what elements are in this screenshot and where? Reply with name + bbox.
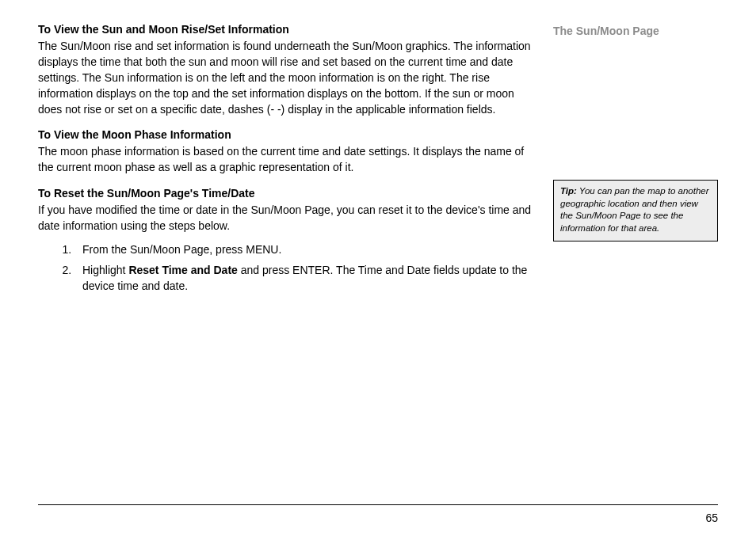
step-text: Highlight bbox=[82, 264, 128, 276]
side-column: The Sun/Moon Page Tip: You can pan the m… bbox=[553, 21, 718, 306]
tip-label: Tip: bbox=[560, 186, 577, 196]
heading-reset: To Reset the Sun/Moon Page's Time/Date bbox=[38, 187, 537, 200]
main-column: To View the Sun and Moon Rise/Set Inform… bbox=[38, 21, 537, 306]
footer-rule bbox=[38, 504, 718, 505]
step-text: From the Sun/Moon Page, press MENU. bbox=[82, 243, 281, 256]
body-rise-set: The Sun/Moon rise and set information is… bbox=[38, 39, 537, 117]
section-rise-set: To View the Sun and Moon Rise/Set Inform… bbox=[38, 23, 537, 117]
body-moon-phase: The moon phase information is based on t… bbox=[38, 144, 537, 176]
page-number: 65 bbox=[705, 511, 718, 524]
step-strong-text: Reset Time and Date bbox=[128, 264, 237, 276]
reset-steps-list: From the Sun/Moon Page, press MENU. High… bbox=[74, 242, 537, 295]
heading-rise-set: To View the Sun and Moon Rise/Set Inform… bbox=[38, 23, 537, 36]
list-item: From the Sun/Moon Page, press MENU. bbox=[74, 242, 537, 258]
side-title: The Sun/Moon Page bbox=[553, 25, 718, 37]
heading-moon-phase: To View the Moon Phase Information bbox=[38, 128, 537, 141]
list-item: Highlight Reset Time and Date and press … bbox=[74, 263, 537, 295]
section-reset: To Reset the Sun/Moon Page's Time/Date I… bbox=[38, 187, 537, 294]
page-content: To View the Sun and Moon Rise/Set Inform… bbox=[38, 21, 718, 306]
body-reset: If you have modified the time or date in… bbox=[38, 203, 537, 234]
section-moon-phase: To View the Moon Phase Information The m… bbox=[38, 128, 537, 176]
tip-box: Tip: You can pan the map to another geog… bbox=[553, 180, 718, 241]
tip-text: You can pan the map to another geographi… bbox=[560, 186, 709, 233]
